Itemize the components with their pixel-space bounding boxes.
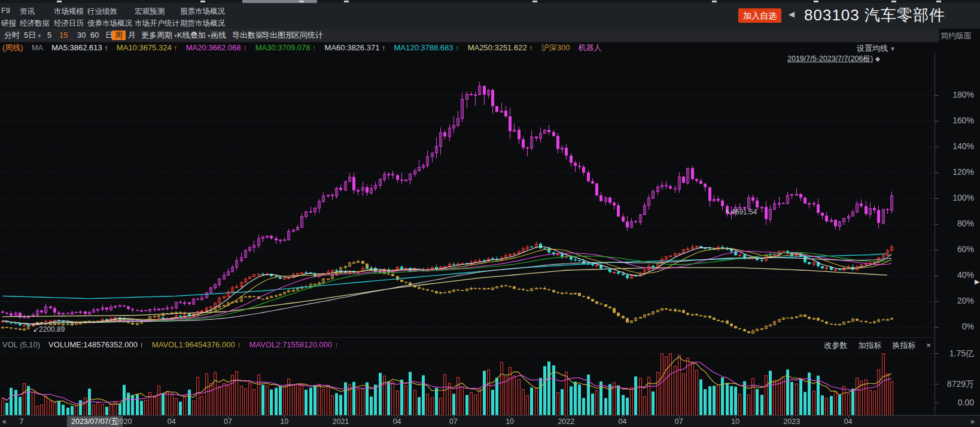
chevron-down-icon: ▼ [890,46,896,52]
tab-tick-icon [299,1,304,2]
pane-divider [0,337,935,338]
toolbar-item-画线[interactable]: 画线 [211,31,226,40]
vol-control-改参数[interactable]: 改参数 [824,341,847,350]
date-label: 10 [731,417,739,426]
tab-tick-icon [814,1,818,2]
y-axis-label: 100% [952,193,974,202]
date-label: 07 [675,417,683,426]
toolbar-item-5日[interactable]: 5日▾ [24,31,41,41]
y-axis-tick [935,147,939,147]
main-candlestick-chart[interactable] [0,53,935,337]
menu-item-10[interactable]: 市场开户统计 [135,19,179,29]
close-icon[interactable]: × [926,341,931,350]
toolbar-item-分时[interactable]: 分时 [4,31,20,40]
chevron-down-icon: ▾ [38,32,41,39]
date-label: 2020 [115,417,132,426]
y-axis-tick [935,121,939,122]
menu-item-5[interactable]: 股票市场概况 [180,7,225,17]
date-label: 2022 [558,417,574,426]
date-label: 10 [506,417,514,426]
ma-segment-2: MA5:3862.613 ↑ [51,43,108,52]
date-tick [510,416,510,418]
toolbar-item-月[interactable]: 月 [128,31,136,40]
menu-item-3[interactable]: 行业绩效 [87,7,117,17]
vol-segment-0: VOL (5,10) [2,340,40,349]
menu-item-0[interactable]: F9 [1,7,10,15]
menu-item-6[interactable]: 研报 [1,19,16,29]
back-arrow-icon[interactable]: ◀ [789,10,795,19]
y-axis-label: 80% [957,219,974,228]
y-axis-tick [935,327,939,328]
add-watchlist-button[interactable]: 加入自选 [738,8,781,23]
date-tick [172,416,172,418]
y-axis-label: 20% [957,296,974,305]
volume-axis-tick [935,402,939,403]
menu-item-8[interactable]: 经济日历 [54,19,84,29]
scroll-right-icon[interactable]: » [970,417,975,426]
ma-segment-4: MA20:3662.068 ↑ [186,43,247,52]
date-label: 04 [168,417,176,426]
y-axis-label: 0% [962,322,974,331]
toolbar-item-更多周期[interactable]: 更多周期▾ [141,31,177,41]
y-axis-label: 160% [952,116,974,125]
tab-tick-icon [712,1,717,2]
toolbar-item-15[interactable]: 15 [59,31,68,40]
vol-control-加指标[interactable]: 加指标 [858,341,881,350]
y-axis-tick [935,198,939,199]
toolbar-item-60[interactable]: 60 [90,31,99,40]
current-date-box: 2023/07/07/五 [67,416,123,427]
simple-layout-link[interactable]: 简约版面 [941,31,972,41]
y-axis-tick [935,250,939,250]
y-axis-label: 180% [952,90,974,99]
date-tick [397,416,398,418]
ma-segment-6: MA60:3826.371 ↑ [325,43,386,52]
ma-segment-1: MA [32,43,44,52]
menu-item-2[interactable]: 市场规模 [54,7,84,17]
ma-settings-label: 设置均线 [857,44,888,53]
toolbar-item-5[interactable]: 5 [47,31,51,40]
trading-app-window: F9资讯市场规模行业绩效宏观预测股票市场概况研报经济数据经济日历债券市场概况市场… [0,0,980,427]
toolbar-item-区间统计[interactable]: 区间统计 [292,31,323,40]
high-value-annotation: ↖4691.54 [725,208,757,216]
menu-item-4[interactable]: 宏观预测 [135,7,165,17]
volume-axis-tick [935,384,939,384]
ma-segment-3: MA10:3675.324 ↑ [117,43,178,52]
ma-segment-5: MA30:3709.078 ↑ [255,43,316,52]
y-axis-label: 60% [957,244,974,254]
toolbar-item-30[interactable]: 30 [77,31,86,40]
low-value-annotation: ↙2200.89 [33,325,65,334]
date-tick [848,416,849,418]
tab-tick-icon [891,1,896,2]
menu-item-7[interactable]: 经济数据 [20,19,50,29]
toolbar-item-K线叠加[interactable]: K线叠加▾ [177,31,211,41]
toolbar-item-导出图形[interactable]: 导出图形 [262,31,293,40]
volume-axis-tick [935,353,939,354]
menu-item-9[interactable]: 债券市场概况 [87,19,132,29]
ma-segment-7: MA120:3788.683 ↑ [394,43,459,52]
date-tick [454,416,454,418]
expand-right-arrow-icon[interactable]: ▶ [975,278,979,286]
toolbar-item-导出数据[interactable]: 导出数据 [232,31,263,40]
y-axis-label: 120% [952,167,974,177]
date-tick [566,416,567,418]
menu-item-1[interactable]: 资讯 [20,7,35,17]
tab-tick-icon [532,1,537,2]
date-label: 2021 [332,417,349,426]
y-axis-tick [935,275,939,276]
scroll-left-icon[interactable]: « [2,417,7,426]
date-tick [679,416,680,418]
date-label: 07 [224,417,232,426]
menu-item-11[interactable]: 期货市场概况 [180,19,225,29]
y-axis-tick [935,172,939,173]
y-axis-tick [935,301,939,302]
toolbar-item-周[interactable]: 周 [112,31,126,40]
tab-tick-icon [344,1,349,2]
date-tick [284,416,285,418]
vol-segment-3: MAVOL2:71558120.000 ↑ [249,340,339,349]
date-label: 2023 [783,417,800,426]
tab-tick-icon [57,1,62,2]
date-label: 04 [619,417,627,426]
date-label: 04 [393,417,401,426]
date-tick [623,416,623,418]
vol-control-换指标[interactable]: 换指标 [892,341,915,350]
